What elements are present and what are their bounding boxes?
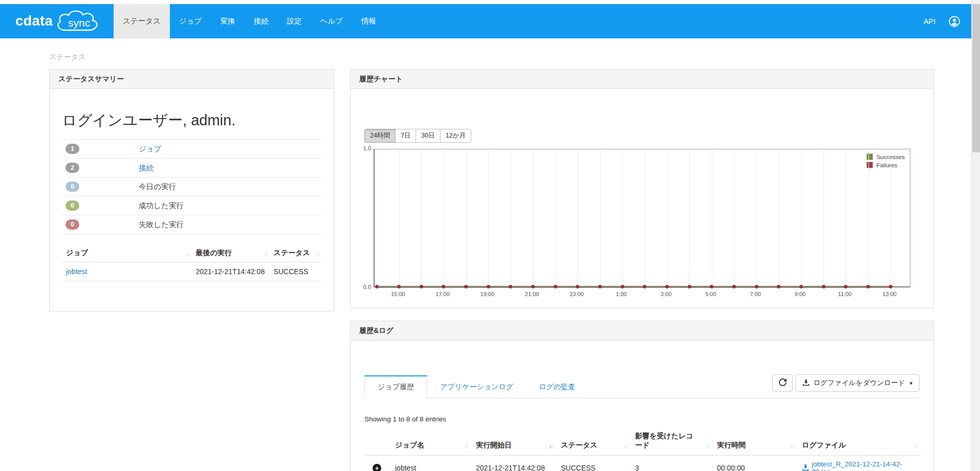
table-row: + jobtest 2021-12-21T14:42:08 SUCCESS 3 … [364,456,921,471]
cloud-logo-icon: sync [55,9,102,34]
y-axis-tick-min: 0.0 [358,284,371,290]
nav-item-status[interactable]: ステータス [114,4,170,38]
page-scrollbar[interactable] [971,0,980,471]
col-header-status[interactable]: ステータス ↓↑ [270,245,321,262]
tab-audit-log[interactable]: ログの監査 [526,375,588,398]
legend-color-box [866,153,873,160]
range-button-30d[interactable]: 30日 [416,129,440,143]
cdata-sync-logo[interactable]: cdata sync [15,4,102,38]
history-chart-panel: 履歴チャート 24時間 7日 30日 12か月 1.0 0.0 Successe… [350,69,934,308]
legend-row: Failures [866,162,905,168]
chart-data-point [487,285,490,288]
chart-gridline [868,149,869,286]
user-circle-icon[interactable] [949,16,960,27]
col-header-run-time[interactable]: 実行時間 ↓↑ [712,429,797,456]
x-axis-tick-label: 5:00 [695,291,726,297]
chart-data-point [732,285,736,288]
col-header-start-date[interactable]: 実行開始日 ↓↑ [471,429,556,456]
nav-item-transform[interactable]: 変換 [211,4,244,38]
nav-item-settings[interactable]: 設定 [277,4,311,38]
job-link[interactable]: jobtest [66,267,87,276]
chart-gridline [511,149,511,286]
jobs-stat-link[interactable]: ジョブ [139,144,162,154]
refresh-button[interactable] [772,374,793,392]
chart-gridline [578,149,578,286]
chart-data-point [755,285,758,288]
log-file-link[interactable]: jobtest_R_2021-12-21-14-42-08.log [802,460,916,471]
legend-color-box [866,162,873,168]
sort-icon-desc-active: ↓↑ [549,443,553,449]
stat-row-connections: 2 接続 [62,159,321,177]
scrollbar-thumb[interactable] [972,4,980,152]
tab-job-history[interactable]: ジョブ履歴 [364,375,427,398]
y-axis-tick-max: 1.0 [358,145,371,151]
chart-x-axis: 15:0017:0019:0021:0023:001:003:005:007:0… [374,291,910,299]
chart-gridline [890,149,891,286]
api-link[interactable]: API [924,17,935,26]
successful-runs-count-badge: 0 [66,200,79,211]
table-header-row: ジョブ ↓↑ 最後の実行 ↓↑ ステータス ↓↑ [62,245,321,262]
stat-row-runs-today: 0 今日の実行 [62,177,321,196]
table-header-row: ジョブ名 ↓↑ 実行開始日 ↓↑ ステータス ↓↑ 影響を受けたレコード [364,429,921,456]
runs-today-stat-label: 今日の実行 [139,182,176,192]
col-header-log-file[interactable]: ログファイル ↓↑ [797,429,921,456]
col-header-expand [364,429,390,456]
col-header-status[interactable]: ステータス ↓↑ [556,429,630,456]
connections-stat-link[interactable]: 接続 [139,163,154,173]
col-header-records-affected[interactable]: 影響を受けたレコード ↓↑ [630,429,712,456]
failed-runs-stat-label: 失敗した実行 [139,220,184,230]
top-navbar: cdata sync ステータス ジョブ 変換 接続 設定 ヘルプ 情報 API [0,4,971,38]
range-button-24h[interactable]: 24時間 [364,129,396,143]
jobs-count-badge: 1 [66,144,79,154]
nav-item-jobs[interactable]: ジョブ [170,4,211,38]
chart-data-point [688,285,691,288]
status-summary-panel: ステータスサマリー ログインユーザー, admin. 1 ジョブ 2 接続 0 … [49,69,334,311]
legend-label: Failures [876,162,897,168]
chart-gridline [823,149,824,286]
nav-item-help[interactable]: ヘルプ [311,4,352,38]
chart-gridline [779,149,779,286]
welcome-message: ログインユーザー, admin. [62,110,321,140]
chart-data-point [554,285,557,288]
x-axis-tick-label: 17:00 [427,291,458,297]
chart-gridline [801,149,802,286]
chart-gridline [533,149,534,286]
connections-count-badge: 2 [66,163,79,173]
last-run-cell: 2021-12-21T14:42:08 [192,262,270,281]
col-header-job-name[interactable]: ジョブ名 ↓↑ [390,429,471,456]
chart-data-point [799,285,803,288]
status-cell: SUCCESS [270,262,321,281]
nav-item-info[interactable]: 情報 [352,4,385,38]
chart-gridline [756,149,757,286]
chart-legend: SuccessesFailures [866,153,905,170]
expand-row-button[interactable]: + [373,464,381,471]
x-axis-tick-label: 1:00 [606,291,637,297]
range-button-7d[interactable]: 7日 [395,129,416,143]
sort-icon: ↓↑ [914,443,918,449]
history-log-panel: 履歴&ログ ジョブ履歴 アプリケーションログ ログの監査 [350,321,934,471]
caret-down-icon: ▾ [909,380,912,387]
records-cell: 3 [630,456,712,471]
chart-gridline [555,149,556,286]
history-chart-title: 履歴チャート [351,70,933,89]
x-axis-tick-label: 21:00 [517,291,548,297]
chart-data-point [889,285,892,288]
sort-icon: ↓↑ [623,443,627,449]
job-history-table: ジョブ名 ↓↑ 実行開始日 ↓↑ ステータス ↓↑ 影響を受けたレコード [364,429,921,471]
job-name-cell: jobtest [390,456,471,471]
sort-icon: ↓↑ [264,251,268,257]
range-button-12m[interactable]: 12か月 [440,129,471,143]
job-status-table: ジョブ ↓↑ 最後の実行 ↓↑ ステータス ↓↑ [62,245,321,281]
x-axis-tick-label: 9:00 [785,291,816,297]
download-log-button[interactable]: ログファイルをダウンロード ▾ [795,374,920,392]
col-header-last-run[interactable]: 最後の実行 ↓↑ [192,245,270,262]
showing-entries-text: Showing 1 to 8 of 8 entries [364,415,446,423]
refresh-icon [779,378,787,388]
log-actions: ログファイルをダウンロード ▾ [772,374,920,392]
chart-data-point [375,285,379,288]
col-header-job[interactable]: ジョブ ↓↑ [62,245,192,262]
chart-gridline [689,149,690,286]
tab-application-log[interactable]: アプリケーションログ [427,375,526,398]
nav-item-connections[interactable]: 接続 [244,4,277,38]
runs-today-count-badge: 0 [66,182,79,192]
